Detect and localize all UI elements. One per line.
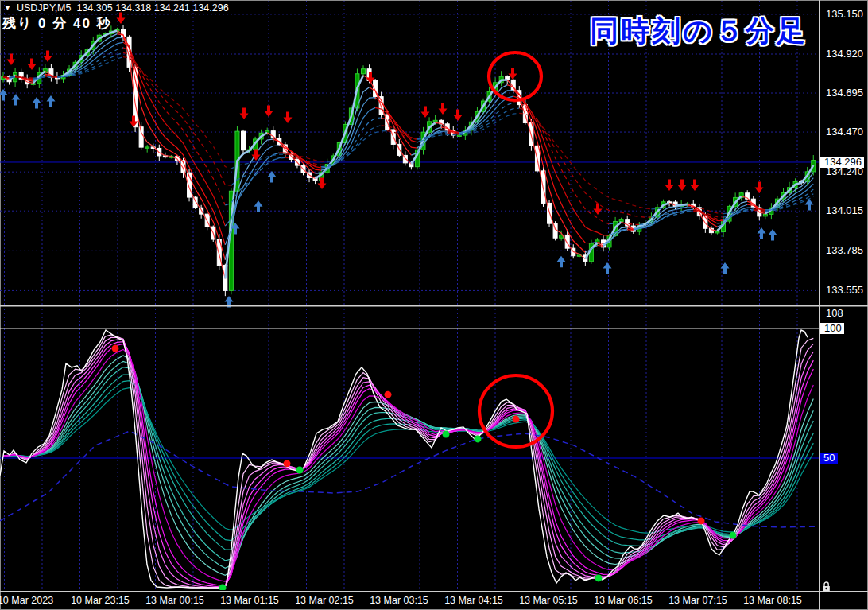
sell-arrow-icon [678, 179, 687, 191]
price-tick-label: 135.150 [826, 9, 863, 20]
sell-dot [513, 416, 520, 423]
candle-countdown-timer: 残り 0 分 40 秒 [2, 14, 112, 33]
price-tick-label: 134.920 [826, 49, 863, 60]
indicator-header: STOStd_4TF 42.9367 38.4428 40.6742 36.88… [0, 305, 818, 321]
annotation-circle [489, 52, 541, 100]
time-tick-label: 13 Mar 00:15 [145, 595, 204, 606]
sell-arrow-icon [691, 179, 699, 191]
sell-arrow-icon [439, 103, 448, 115]
time-tick-label: 13 Mar 07:15 [668, 595, 727, 606]
price-tick-label: 134.240 [826, 166, 863, 177]
buy-arrow-icon [12, 94, 21, 106]
buy-dot [475, 435, 482, 442]
symbol-ohlc-line: ▼ USDJPY,M5 134.305 134.318 134.241 134.… [4, 2, 229, 14]
time-tick-label: 13 Mar 03:15 [370, 595, 428, 606]
price-tick-label: 133.785 [826, 245, 863, 256]
indicator-level-label: 50 [820, 453, 838, 464]
stochastic-ribbon [0, 330, 817, 592]
buy-arrow-icon [758, 227, 766, 239]
sell-arrow-icon [7, 53, 16, 65]
time-tick-label: 13 Mar 06:15 [594, 595, 653, 606]
price-axis[interactable]: 135.150134.920134.695134.470134.240134.0… [820, 0, 868, 610]
buy-dot [443, 431, 450, 438]
buy-arrow-icon [805, 199, 814, 211]
time-tick-label: 10 Mar 23:15 [71, 595, 130, 606]
sell-dot [284, 460, 291, 467]
sell-arrow-icon [265, 106, 273, 118]
slow-signal-line [0, 431, 817, 527]
time-tick-label: 13 Mar 02:15 [295, 595, 354, 606]
buy-dot [730, 532, 737, 539]
sell-arrow-icon [284, 111, 293, 123]
sell-arrow-icon [755, 181, 764, 193]
buy-arrow-icon [557, 256, 566, 268]
buy-dot [219, 585, 227, 592]
sell-dot [385, 391, 392, 398]
buy-arrow-icon [0, 89, 8, 101]
sell-arrow-icon [240, 107, 249, 119]
buy-arrow-icon [33, 97, 41, 109]
time-tick-label: 10 Mar 2023 [0, 595, 53, 606]
time-tick-label: 13 Mar 08:15 [743, 595, 802, 606]
buy-arrow-icon [769, 229, 777, 241]
ohlc-quote: 134.305 134.318 134.241 134.296 [76, 2, 228, 14]
indicator-level-label: 100 [820, 323, 844, 334]
time-tick-label: 13 Mar 04:15 [444, 595, 503, 606]
sell-arrow-icon [665, 179, 674, 191]
sell-dot [698, 517, 705, 524]
current-price-label: 134.296 [820, 157, 864, 168]
buy-dot [296, 466, 304, 473]
annotation-text: 同時刻の５分足 [590, 12, 808, 51]
price-tick-label: 134.015 [826, 205, 863, 216]
time-tick-label: 13 Mar 01:15 [220, 595, 279, 606]
symbol-dropdown-icon[interactable]: ▼ [4, 4, 11, 12]
symbol-label: USDJPY,M5 [17, 2, 72, 14]
mt4-chart-window: ▼ USDJPY,M5 134.305 134.318 134.241 134.… [0, 0, 868, 610]
sell-arrow-icon [421, 106, 430, 118]
buy-arrow-icon [603, 262, 612, 274]
sell-arrow-icon [28, 59, 37, 71]
indicator-level-label: 108 [826, 308, 843, 319]
price-tick-label: 134.470 [826, 126, 863, 138]
time-tick-label: 13 Mar 05:15 [519, 595, 578, 606]
price-tick-label: 134.695 [826, 87, 863, 99]
buy-dot [595, 574, 603, 581]
sell-arrow-icon [44, 51, 52, 63]
buy-arrow-icon [254, 200, 263, 212]
sell-dot [112, 345, 119, 352]
price-tick-label: 133.555 [826, 285, 863, 296]
ma-ribbon [3, 31, 813, 279]
annotation-circle [479, 375, 552, 447]
buy-arrow-icon [47, 95, 56, 107]
time-axis[interactable]: 10 Mar 202310 Mar 23:1513 Mar 00:1513 Ma… [0, 592, 819, 610]
sell-arrow-icon [454, 109, 463, 121]
